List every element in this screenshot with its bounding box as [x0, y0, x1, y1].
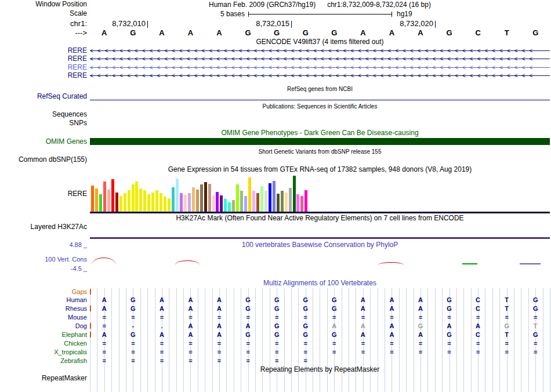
omim-genes-bar[interactable]	[90, 138, 550, 145]
alignment-base: G	[303, 305, 308, 313]
gtex-bar[interactable]	[155, 190, 158, 212]
gtex-bar[interactable]	[200, 184, 203, 212]
gtex-bar[interactable]	[111, 179, 114, 212]
gtex-bar[interactable]	[139, 188, 142, 212]
gtex-bar[interactable]	[132, 184, 135, 212]
gtex-bar[interactable]	[224, 199, 227, 212]
gtex-bar[interactable]	[232, 200, 235, 212]
alignment-base: =	[304, 357, 307, 365]
alignment-base: =	[447, 340, 451, 347]
alignment-base: C	[476, 305, 480, 313]
gtex-bar[interactable]	[300, 196, 303, 212]
gtex-bar[interactable]	[99, 194, 102, 212]
gtex-bar[interactable]	[264, 191, 267, 212]
omim-track-title[interactable]: OMIM Gene Phenotypes - Dark Green Can Be…	[90, 129, 550, 137]
gtex-bar[interactable]	[204, 182, 207, 212]
gridline	[378, 288, 378, 392]
gtex-bar[interactable]	[228, 202, 231, 212]
alignment-base: =	[246, 314, 249, 321]
gtex-bar[interactable]	[91, 186, 94, 212]
phylop-track-title[interactable]: 100 vertebrates Basewise Conservation by…	[90, 241, 550, 249]
gtex-bar[interactable]	[244, 196, 247, 212]
gtex-bar[interactable]	[168, 198, 171, 212]
gtex-bar[interactable]	[216, 192, 219, 212]
dbsnp-track-title[interactable]: Short Genetic Variants from dbSNP releas…	[90, 148, 550, 155]
gtex-bar[interactable]	[281, 191, 284, 212]
gridline	[205, 288, 205, 392]
h3k27ac-signal-line[interactable]	[90, 237, 550, 239]
gtex-bar[interactable]	[240, 191, 243, 212]
gtex-bar[interactable]	[147, 194, 150, 212]
gridline	[119, 288, 119, 392]
gtex-bar[interactable]	[172, 187, 175, 212]
header-title-row: Human Feb. 2009 (GRCh37/hg19)chr1:8,732,…	[90, 1, 550, 9]
gtex-bar[interactable]	[269, 183, 271, 212]
gtex-bar[interactable]	[304, 190, 307, 212]
publications-track-title[interactable]: Publications: Sequences in Scientific Ar…	[90, 103, 550, 110]
refseq-curated-gene-line[interactable]	[90, 100, 550, 100]
gene-transcript-line[interactable]: <<<<<<<<<<<<<<<<<<<<<<<<<<<<<<<<<<<<<<<<…	[90, 64, 550, 71]
alignment-base: G	[245, 305, 251, 313]
strand-label: --->	[75, 29, 87, 37]
gtex-bar[interactable]	[273, 181, 276, 212]
gtex-bar[interactable]	[184, 195, 187, 212]
ruler-tick	[435, 21, 436, 28]
gtex-bar[interactable]	[208, 184, 211, 212]
gencode-track-title[interactable]: GENCODE V49lift37 (4 items filtered out)	[90, 38, 550, 46]
multiz-track-title[interactable]: Multiz Alignments of 100 Vertebrates	[90, 280, 550, 287]
gtex-bar[interactable]	[212, 195, 215, 212]
gtex-bar[interactable]	[252, 191, 255, 212]
gtex-bar[interactable]	[180, 193, 183, 212]
alignment-base: G	[245, 296, 251, 304]
refseq-track-title[interactable]: RefSeq genes from NCBI	[90, 85, 550, 93]
alignment-base: G	[447, 296, 452, 304]
gtex-bar[interactable]	[115, 193, 118, 212]
gtex-bar[interactable]	[107, 190, 110, 212]
gtex-bar[interactable]	[296, 194, 299, 212]
gtex-bar[interactable]	[103, 182, 106, 212]
repeatmasker-track-title[interactable]: Repeating Elements by RepeatMasker	[90, 366, 550, 373]
gtex-bar[interactable]	[143, 190, 146, 212]
gtex-track-title[interactable]: Gene Expression in 54 tissues from GTEx …	[90, 166, 550, 173]
gtex-bar[interactable]	[248, 177, 251, 212]
conservation-peak	[92, 257, 116, 265]
gridline	[528, 288, 529, 392]
gtex-bar[interactable]	[285, 193, 288, 212]
gtex-bar[interactable]	[135, 182, 138, 212]
gtex-bar[interactable]	[151, 193, 154, 212]
gtex-bar[interactable]	[119, 196, 122, 212]
gtex-bar[interactable]	[260, 186, 263, 212]
alignment-base: =	[304, 340, 307, 347]
alignment-base: =	[103, 322, 106, 330]
conservation-segment	[462, 263, 477, 264]
gtex-bar[interactable]	[176, 179, 179, 212]
gtex-bar[interactable]	[188, 193, 191, 212]
insertion-tick	[90, 323, 91, 329]
gtex-bar[interactable]	[192, 187, 195, 212]
scale-bar-left-tick	[248, 12, 249, 17]
gtex-bar[interactable]	[277, 194, 280, 212]
gtex-bar[interactable]	[293, 176, 296, 212]
h3k27ac-track-title[interactable]: H3K27Ac Mark (Often Found Near Active Re…	[90, 215, 550, 222]
gtex-bar[interactable]	[160, 193, 162, 212]
dbsnp-label: Common dbSNP(155)	[19, 156, 87, 164]
gene-transcript-line[interactable]: <<<<<<<<<<<<<<<<<<<<<<<<<<<<<<<<<<<<<<<<…	[90, 48, 550, 54]
species-label-mouse: Mouse	[68, 314, 87, 321]
gtex-bar[interactable]	[164, 197, 166, 212]
gtex-bar[interactable]	[196, 190, 199, 212]
gtex-bar[interactable]	[124, 193, 126, 212]
gene-transcript-line[interactable]: <<<<<<<<<<<<<<<<<<<<<<<<<<<<<<<<<<<<<<<<…	[90, 56, 550, 62]
gtex-bar[interactable]	[289, 188, 292, 212]
gtex-bar[interactable]	[256, 193, 259, 212]
gtex-bar[interactable]	[128, 190, 130, 212]
gtex-bar[interactable]	[95, 188, 98, 212]
gene-transcript-line[interactable]: <<<<<<<<<<<<<<<<<<<<<<<<<<<<<<<<<<<<<<<<…	[90, 72, 550, 79]
sequence-base: G	[446, 29, 452, 37]
gtex-bar[interactable]	[236, 184, 239, 212]
gtex-bar[interactable]	[220, 195, 223, 212]
alignment-base: G	[447, 331, 452, 339]
sequence-base: A	[216, 29, 222, 37]
ruler-tick	[147, 21, 148, 28]
alignment-base: =	[103, 349, 106, 356]
insertion-tick	[90, 306, 91, 311]
